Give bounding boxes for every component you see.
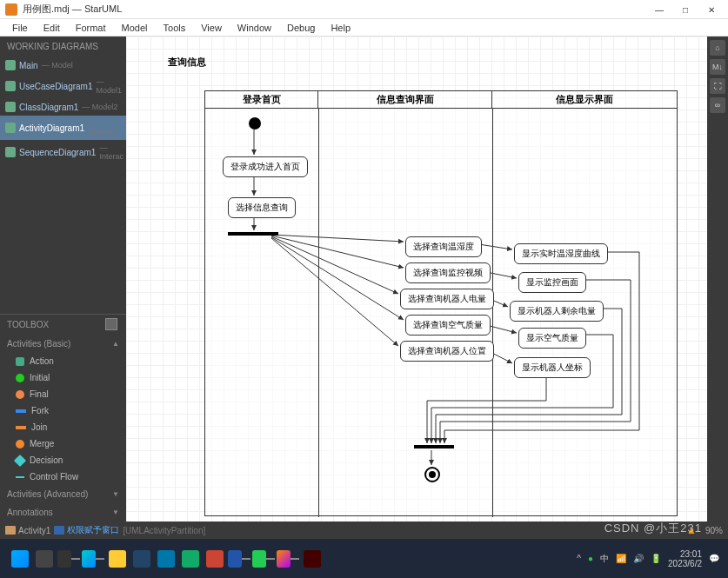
search-icon bbox=[36, 550, 53, 568]
menubar: File Edit Format Model Tools View Window… bbox=[0, 19, 728, 37]
right-toolbar: ⌂ M↓ ⛶ ∞ bbox=[707, 37, 728, 522]
initial-node[interactable] bbox=[249, 117, 261, 130]
tool-final[interactable]: Final bbox=[0, 386, 126, 402]
fork-bar[interactable] bbox=[228, 232, 278, 236]
code-icon bbox=[157, 550, 175, 568]
status-partition[interactable]: 权限赋予窗口 bbox=[54, 524, 119, 536]
working-diagrams-header: WORKING DIAGRAMS bbox=[0, 37, 126, 56]
action-q-robot-pos[interactable]: 选择查询机器人位置 bbox=[400, 341, 494, 362]
diagram-icon bbox=[5, 81, 16, 91]
fork-icon bbox=[16, 409, 26, 413]
final-node[interactable] bbox=[424, 467, 440, 482]
svg-line-3 bbox=[271, 235, 404, 242]
start-button[interactable] bbox=[9, 546, 31, 572]
action-select-info-query[interactable]: 选择信息查询 bbox=[228, 197, 296, 218]
task-word[interactable] bbox=[228, 546, 250, 572]
tool-fork[interactable]: Fork bbox=[0, 402, 126, 419]
tool-merge[interactable]: Merge bbox=[0, 435, 126, 452]
warning-icon[interactable]: ▲ bbox=[686, 524, 697, 536]
join-bar[interactable] bbox=[414, 445, 454, 448]
tool-control-flow[interactable]: Control Flow bbox=[0, 468, 126, 485]
action-show-temp-curve[interactable]: 显示实时温湿度曲线 bbox=[514, 243, 608, 264]
action-show-robot-power[interactable]: 显示机器人剩余电量 bbox=[510, 301, 604, 322]
menu-file[interactable]: File bbox=[5, 21, 35, 35]
minimize-button[interactable]: — bbox=[646, 0, 672, 19]
chevron-up-icon: ▲ bbox=[112, 340, 119, 348]
task-search[interactable] bbox=[33, 546, 56, 572]
canvas[interactable]: 查询信息 登录首页 信息查询界面 信息显示界面 bbox=[126, 37, 707, 522]
toolbox-basic-section[interactable]: Activities (Basic)▲ bbox=[0, 335, 126, 353]
diagram-sequence[interactable]: SequenceDiagram1 — Interac bbox=[0, 140, 126, 164]
swimlanes[interactable]: 登录首页 信息查询界面 信息显示界面 bbox=[204, 90, 678, 516]
lane-header-2[interactable]: 信息显示界面 bbox=[492, 91, 677, 108]
action-show-air-quality[interactable]: 显示空气质量 bbox=[518, 328, 586, 349]
decision-icon bbox=[14, 454, 26, 466]
svg-line-5 bbox=[271, 236, 398, 294]
status-activity[interactable]: Activity1 bbox=[5, 526, 50, 535]
menu-view[interactable]: View bbox=[194, 21, 229, 35]
markdown-icon[interactable]: M↓ bbox=[710, 59, 725, 75]
tool-join[interactable]: Join bbox=[0, 419, 126, 435]
activity-icon bbox=[5, 526, 16, 535]
lane-header-0[interactable]: 登录首页 bbox=[205, 91, 318, 108]
diagram-usecase[interactable]: UseCaseDiagram1 — Model1 bbox=[0, 74, 126, 98]
tray-time[interactable]: 23:01 bbox=[668, 549, 702, 559]
tray-wechat-icon[interactable]: ● bbox=[588, 554, 593, 563]
menu-tools[interactable]: Tools bbox=[157, 21, 193, 35]
tray-battery-icon[interactable]: 🔋 bbox=[651, 554, 661, 563]
diagram-title[interactable]: 查询信息 bbox=[168, 56, 206, 69]
diagram-activity[interactable]: ActivityDiagram1 — Activity1 bbox=[0, 116, 126, 140]
taskbar: ^ ● 中 📶 🔊 🔋 23:01 2023/6/2 💬 bbox=[0, 539, 728, 578]
tray-chevron-icon[interactable]: ^ bbox=[577, 554, 581, 563]
task-staruml[interactable] bbox=[277, 546, 299, 572]
maximize-button[interactable]: □ bbox=[672, 0, 698, 19]
action-q-temp-humid[interactable]: 选择查询温湿度 bbox=[405, 236, 482, 257]
app-icon bbox=[5, 3, 17, 16]
toolbox-advanced-section[interactable]: Activities (Advanced)▼ bbox=[0, 485, 126, 503]
task-edge[interactable] bbox=[82, 546, 104, 572]
tray-lang[interactable]: 中 bbox=[600, 553, 609, 565]
action-show-monitor[interactable]: 显示监控画面 bbox=[518, 272, 586, 293]
task-ppt[interactable] bbox=[204, 546, 226, 572]
task-explorer[interactable] bbox=[106, 546, 129, 572]
home-icon[interactable]: ⌂ bbox=[710, 40, 725, 56]
action-q-robot-power[interactable]: 选择查询机器人电量 bbox=[400, 289, 494, 309]
tool-decision[interactable]: Decision bbox=[0, 452, 126, 468]
task-app-2[interactable] bbox=[301, 546, 324, 572]
expand-icon[interactable]: ⛶ bbox=[710, 78, 725, 94]
diagram-icon bbox=[5, 123, 16, 133]
action-show-robot-coord[interactable]: 显示机器人坐标 bbox=[514, 357, 591, 378]
diagram-main[interactable]: Main — Model bbox=[0, 56, 126, 74]
tool-action[interactable]: Action bbox=[0, 353, 126, 369]
task-app-1[interactable] bbox=[57, 546, 80, 572]
action-login-success[interactable]: 登录成功进入首页 bbox=[223, 156, 308, 177]
menu-window[interactable]: Window bbox=[230, 21, 278, 35]
tray-volume-icon[interactable]: 🔊 bbox=[633, 554, 644, 563]
close-button[interactable]: ✕ bbox=[698, 0, 725, 19]
diagram-icon bbox=[5, 147, 16, 157]
tool-initial[interactable]: Initial bbox=[0, 369, 126, 386]
menu-format[interactable]: Format bbox=[69, 21, 113, 35]
lane-header-1[interactable]: 信息查询界面 bbox=[318, 91, 492, 108]
wechat-icon bbox=[252, 550, 266, 568]
task-texmaker[interactable] bbox=[130, 546, 153, 572]
diagram-class[interactable]: ClassDiagram1 — Model2 bbox=[0, 98, 126, 116]
tray-wifi-icon[interactable]: 📶 bbox=[616, 554, 626, 563]
zoom-level[interactable]: 90% bbox=[705, 526, 723, 535]
menu-debug[interactable]: Debug bbox=[280, 21, 322, 35]
menu-help[interactable]: Help bbox=[324, 21, 357, 35]
menu-model[interactable]: Model bbox=[115, 21, 155, 35]
merge-icon bbox=[16, 440, 24, 448]
tray-date[interactable]: 2023/6/2 bbox=[668, 559, 702, 568]
action-q-air-quality[interactable]: 选择查询空气质量 bbox=[405, 315, 491, 336]
share-icon[interactable]: ∞ bbox=[710, 97, 725, 113]
action-q-monitor-video[interactable]: 选择查询监控视频 bbox=[405, 262, 491, 283]
task-excel[interactable] bbox=[179, 546, 202, 572]
svg-line-4 bbox=[271, 236, 404, 268]
tray-notifications-icon[interactable]: 💬 bbox=[709, 554, 719, 563]
task-code[interactable] bbox=[155, 546, 177, 572]
pointer-tool-icon[interactable] bbox=[105, 318, 117, 330]
task-wechat[interactable] bbox=[252, 546, 275, 572]
menu-edit[interactable]: Edit bbox=[37, 21, 67, 35]
toolbox-annotations-section[interactable]: Annotations▼ bbox=[0, 503, 126, 522]
